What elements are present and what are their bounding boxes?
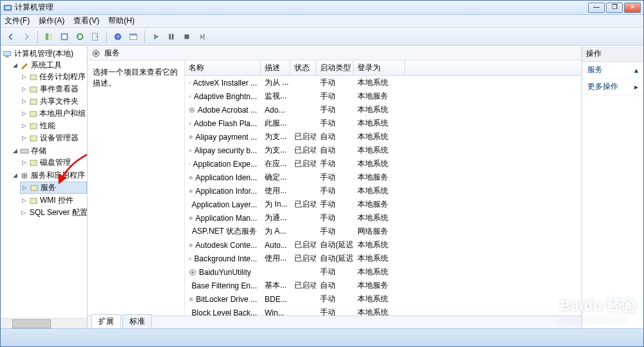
menu-help[interactable]: 帮助(H) (108, 15, 135, 26)
back-button[interactable] (5, 30, 17, 43)
tree-item[interactable]: ▷事件查看器 (20, 84, 87, 95)
tree-system-tools[interactable]: ◢系统工具 (11, 60, 87, 71)
tree-scrollbar[interactable] (1, 318, 87, 328)
forward-button[interactable] (20, 30, 33, 43)
tree-root[interactable]: 计算机管理(本地) (2, 48, 87, 59)
table-row[interactable]: BitLocker Drive ...BDE...手动本地系统 (185, 292, 582, 306)
col-name[interactable]: 名称 (185, 61, 261, 75)
tree-label: 磁盘管理 (40, 157, 71, 168)
start-service-button[interactable] (149, 30, 162, 43)
properties-button[interactable] (127, 30, 140, 43)
refresh-button[interactable] (73, 30, 86, 43)
tree-item[interactable]: ▷设备管理器 (20, 133, 87, 144)
cell-name: Base Filtering En... (185, 279, 261, 292)
tree-label: 服务 (41, 182, 56, 193)
tree-item[interactable]: ▷任务计划程序 (20, 71, 87, 82)
list-header: 名称 描述 状态 启动类型 登录为 (185, 61, 582, 76)
expander-icon[interactable]: ▷ (21, 86, 27, 92)
tree-item[interactable]: ▷磁盘管理 (20, 157, 87, 168)
expander-icon[interactable]: ▷ (21, 198, 27, 203)
show-hide-button[interactable] (43, 30, 55, 43)
stop-service-button[interactable] (180, 30, 193, 43)
cell-logon: 本地系统 (354, 157, 405, 171)
table-row[interactable]: Adaptive Brightn...监视...手动本地服务 (185, 89, 582, 103)
col-logon[interactable]: 登录为 (354, 61, 405, 75)
tab-standard[interactable]: 标准 (122, 314, 152, 328)
expander-icon[interactable]: ▷ (22, 185, 28, 191)
cell-status: 已启动 (290, 238, 316, 252)
nav-tree[interactable]: 计算机管理(本地) ◢系统工具 ▷任务计划程序▷事件查看器▷共享文件夹▷本地用户… (1, 46, 88, 328)
table-row[interactable]: Adobe Acrobat ...Ado...手动本地系统 (185, 103, 582, 117)
tree-label: SQL Server 配置管理器 (30, 207, 88, 218)
table-row[interactable]: Block Level Back...Win...手动本地系统 (185, 306, 582, 315)
tab-extended[interactable]: 扩展 (91, 314, 121, 328)
cell-logon: 本地系统 (354, 252, 405, 265)
export-list-button[interactable] (89, 30, 102, 43)
pause-service-button[interactable] (165, 30, 178, 43)
table-row[interactable]: Application Man...为通...手动本地系统 (185, 211, 582, 225)
tree-storage[interactable]: ◢存储 (11, 145, 87, 156)
expander-icon[interactable]: ◢ (12, 62, 18, 68)
expander-icon[interactable]: ▷ (21, 111, 27, 117)
col-startup[interactable]: 启动类型 (316, 61, 354, 75)
table-row[interactable]: ASP.NET 状态服务为 A...手动网络服务 (185, 225, 582, 238)
table-row[interactable]: Application Expe...在应...已启动手动本地系统 (185, 157, 582, 171)
tree-item[interactable]: ▷本地用户和组 (20, 108, 87, 119)
cell-name: Application Man... (185, 211, 261, 225)
restart-service-button[interactable] (196, 30, 209, 43)
table-row[interactable]: Autodesk Conte...Auto...已启动自动(延迟...本地系统 (185, 238, 582, 252)
expander-icon[interactable]: ▷ (21, 210, 26, 216)
svg-point-31 (95, 52, 97, 55)
svg-rect-1 (5, 6, 11, 9)
service-icon (189, 309, 189, 316)
cell-logon: 本地系统 (354, 130, 405, 144)
table-row[interactable]: Background Inte...使用...已启动自动(延迟...本地系统 (185, 252, 582, 265)
cell-logon: 本地系统 (354, 306, 405, 315)
help-button[interactable]: ? (111, 30, 124, 43)
center-title: 服务 (104, 48, 120, 59)
tree-item[interactable]: ▷WMI 控件 (20, 195, 87, 206)
expander-icon[interactable]: ▷ (21, 160, 27, 165)
table-row[interactable]: Base Filtering En...基本...已启动自动本地服务 (185, 279, 582, 292)
tree-item[interactable]: ▷SQL Server 配置管理器 (20, 207, 87, 218)
maximize-button[interactable]: ❐ (606, 3, 623, 13)
table-row[interactable]: Alipay payment ...为支...已启动自动本地系统 (185, 130, 582, 144)
table-row[interactable]: BaiduYunUtility手动本地系统 (185, 265, 582, 279)
tree-services-apps[interactable]: ◢服务和应用程序 (11, 170, 87, 181)
tree-item[interactable]: ▷共享文件夹 (20, 96, 87, 107)
cell-desc: Auto... (261, 238, 290, 252)
more-actions[interactable]: 更多操作 ▸ (587, 81, 638, 92)
col-desc[interactable]: 描述 (261, 61, 290, 75)
expander-icon[interactable]: ◢ (12, 148, 18, 154)
menu-action[interactable]: 操作(A) (39, 15, 64, 26)
export-button[interactable] (58, 30, 71, 43)
expander-icon[interactable]: ◢ (12, 173, 18, 178)
services-list[interactable]: 名称 描述 状态 启动类型 登录为 ActiveX Installer ...为… (184, 61, 582, 315)
col-status[interactable]: 状态 (290, 61, 316, 75)
table-row[interactable]: ActiveX Installer ...为从 ...手动本地系统 (185, 76, 582, 89)
expander-icon[interactable]: ▷ (21, 74, 27, 80)
cell-logon: 本地系统 (354, 292, 405, 306)
expander-icon[interactable]: ▷ (21, 98, 27, 104)
cell-name: Background Inte... (185, 252, 261, 265)
cell-name: BitLocker Drive ... (185, 292, 261, 306)
actions-more[interactable]: 更多操作 ▸ (582, 79, 643, 95)
expander-icon[interactable]: ▷ (21, 135, 27, 141)
table-row[interactable]: Application Layer...为 In...已启动手动本地服务 (185, 198, 582, 211)
scroll-thumb[interactable] (12, 319, 51, 328)
cell-name: Adobe Acrobat ... (185, 103, 261, 117)
tree-item[interactable]: ▷性能 (20, 120, 87, 131)
menu-view[interactable]: 查看(V) (73, 15, 99, 26)
tree-item[interactable]: ▷服务 (20, 182, 87, 194)
expander-icon[interactable]: ▷ (21, 123, 27, 129)
table-row[interactable]: Application Iden...确定...手动本地服务 (185, 171, 582, 184)
svg-rect-16 (6, 56, 9, 57)
table-row[interactable]: Adobe Flash Pla...此服...手动本地系统 (185, 117, 582, 130)
table-row[interactable]: Application Infor...使用...手动本地系统 (185, 184, 582, 198)
table-row[interactable]: Alipay security b...为支...已启动自动本地系统 (185, 144, 582, 157)
cell-startup: 手动 (316, 117, 354, 130)
cell-name: Application Expe... (185, 157, 261, 171)
close-button[interactable]: ✕ (624, 3, 641, 13)
minimize-button[interactable]: — (588, 3, 605, 13)
menu-file[interactable]: 文件(F) (5, 15, 30, 26)
